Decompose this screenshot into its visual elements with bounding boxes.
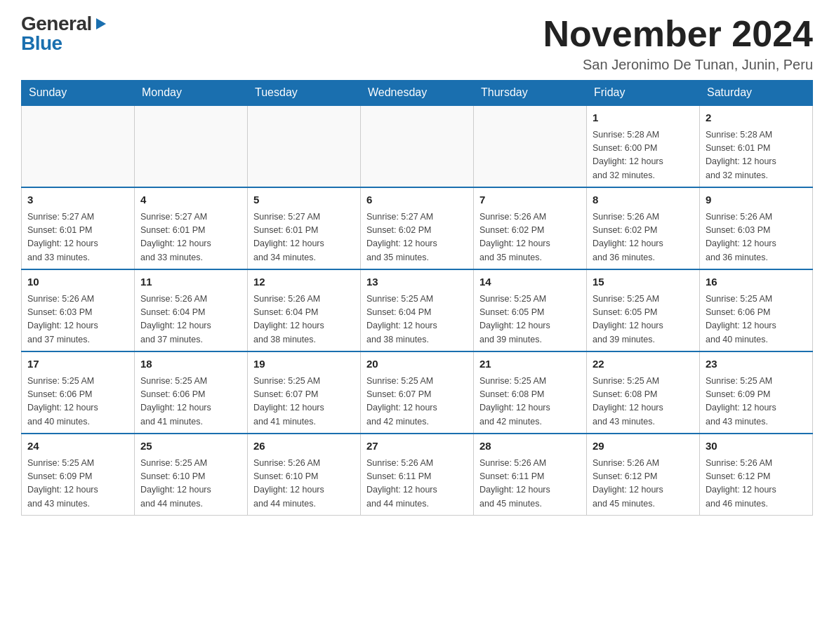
day-info: Sunrise: 5:27 AMSunset: 6:02 PMDaylight:… — [366, 210, 468, 265]
day-number: 5 — [253, 192, 355, 208]
calendar-header-sunday: Sunday — [22, 81, 135, 106]
day-number: 24 — [27, 438, 128, 455]
day-info: Sunrise: 5:25 AMSunset: 6:07 PMDaylight:… — [366, 375, 468, 429]
day-info: Sunrise: 5:26 AMSunset: 6:04 PMDaylight:… — [253, 293, 355, 347]
day-number: 21 — [479, 356, 581, 373]
calendar-header-friday: Friday — [587, 81, 700, 106]
day-number: 30 — [706, 438, 807, 455]
calendar-cell: 1Sunrise: 5:28 AMSunset: 6:00 PMDaylight… — [587, 105, 700, 187]
day-info: Sunrise: 5:25 AMSunset: 6:08 PMDaylight:… — [479, 375, 581, 429]
day-number: 9 — [706, 192, 807, 208]
day-info: Sunrise: 5:27 AMSunset: 6:01 PMDaylight:… — [140, 210, 241, 265]
day-number: 11 — [140, 274, 241, 290]
calendar-cell: 4Sunrise: 5:27 AMSunset: 6:01 PMDaylight… — [135, 187, 248, 269]
day-number: 13 — [366, 274, 468, 290]
day-info: Sunrise: 5:26 AMSunset: 6:02 PMDaylight:… — [479, 210, 581, 265]
logo-blue-text: Blue — [21, 34, 107, 53]
day-info: Sunrise: 5:26 AMSunset: 6:10 PMDaylight:… — [253, 457, 355, 511]
day-info: Sunrise: 5:26 AMSunset: 6:11 PMDaylight:… — [366, 457, 468, 511]
day-number: 6 — [366, 192, 468, 208]
day-number: 25 — [140, 438, 241, 455]
day-info: Sunrise: 5:25 AMSunset: 6:04 PMDaylight:… — [366, 293, 468, 347]
calendar-cell: 10Sunrise: 5:26 AMSunset: 6:03 PMDayligh… — [22, 269, 135, 351]
day-info: Sunrise: 5:25 AMSunset: 6:06 PMDaylight:… — [27, 375, 128, 429]
calendar-cell: 13Sunrise: 5:25 AMSunset: 6:04 PMDayligh… — [361, 269, 474, 351]
calendar-header-saturday: Saturday — [700, 81, 813, 106]
day-number: 22 — [593, 356, 694, 373]
day-number: 14 — [479, 274, 581, 290]
day-number: 4 — [140, 192, 241, 208]
calendar-cell: 14Sunrise: 5:25 AMSunset: 6:05 PMDayligh… — [474, 269, 587, 351]
calendar-cell: 26Sunrise: 5:26 AMSunset: 6:10 PMDayligh… — [248, 434, 361, 516]
title-block: November 2024 San Jeronimo De Tunan, Jun… — [543, 14, 813, 73]
day-number: 20 — [366, 356, 468, 373]
day-number: 29 — [593, 438, 694, 455]
day-number: 8 — [593, 192, 694, 208]
calendar-cell: 17Sunrise: 5:25 AMSunset: 6:06 PMDayligh… — [22, 351, 135, 434]
calendar-header-row: SundayMondayTuesdayWednesdayThursdayFrid… — [22, 81, 813, 106]
day-info: Sunrise: 5:25 AMSunset: 6:10 PMDaylight:… — [140, 457, 241, 511]
calendar-cell: 30Sunrise: 5:26 AMSunset: 6:12 PMDayligh… — [700, 434, 813, 516]
calendar-cell: 27Sunrise: 5:26 AMSunset: 6:11 PMDayligh… — [361, 434, 474, 516]
calendar-cell: 5Sunrise: 5:27 AMSunset: 6:01 PMDaylight… — [248, 187, 361, 269]
day-info: Sunrise: 5:25 AMSunset: 6:05 PMDaylight:… — [593, 293, 694, 347]
day-info: Sunrise: 5:26 AMSunset: 6:11 PMDaylight:… — [479, 457, 581, 511]
calendar-cell: 25Sunrise: 5:25 AMSunset: 6:10 PMDayligh… — [135, 434, 248, 516]
day-info: Sunrise: 5:25 AMSunset: 6:05 PMDaylight:… — [479, 293, 581, 347]
calendar-week-row: 24Sunrise: 5:25 AMSunset: 6:09 PMDayligh… — [22, 434, 813, 516]
day-info: Sunrise: 5:28 AMSunset: 6:01 PMDaylight:… — [706, 128, 807, 183]
calendar-cell: 15Sunrise: 5:25 AMSunset: 6:05 PMDayligh… — [587, 269, 700, 351]
calendar-cell: 7Sunrise: 5:26 AMSunset: 6:02 PMDaylight… — [474, 187, 587, 269]
calendar-week-row: 10Sunrise: 5:26 AMSunset: 6:03 PMDayligh… — [22, 269, 813, 351]
calendar-header-thursday: Thursday — [474, 81, 587, 106]
calendar-cell: 20Sunrise: 5:25 AMSunset: 6:07 PMDayligh… — [361, 351, 474, 434]
day-number: 16 — [706, 274, 807, 290]
day-number: 19 — [253, 356, 355, 373]
calendar-week-row: 17Sunrise: 5:25 AMSunset: 6:06 PMDayligh… — [22, 351, 813, 434]
calendar-table: SundayMondayTuesdayWednesdayThursdayFrid… — [21, 80, 813, 516]
page-header: General Blue November 2024 San Jeronimo … — [21, 14, 813, 73]
calendar-cell — [135, 105, 248, 187]
calendar-cell: 9Sunrise: 5:26 AMSunset: 6:03 PMDaylight… — [700, 187, 813, 269]
day-number: 23 — [706, 356, 807, 373]
day-info: Sunrise: 5:26 AMSunset: 6:02 PMDaylight:… — [593, 210, 694, 265]
day-number: 28 — [479, 438, 581, 455]
day-info: Sunrise: 5:25 AMSunset: 6:08 PMDaylight:… — [593, 375, 694, 429]
day-info: Sunrise: 5:25 AMSunset: 6:06 PMDaylight:… — [140, 375, 241, 429]
day-number: 10 — [27, 274, 128, 290]
day-number: 2 — [706, 110, 807, 126]
day-info: Sunrise: 5:26 AMSunset: 6:04 PMDaylight:… — [140, 293, 241, 347]
day-number: 26 — [253, 438, 355, 455]
calendar-cell: 29Sunrise: 5:26 AMSunset: 6:12 PMDayligh… — [587, 434, 700, 516]
calendar-week-row: 3Sunrise: 5:27 AMSunset: 6:01 PMDaylight… — [22, 187, 813, 269]
svg-marker-0 — [96, 18, 106, 29]
day-info: Sunrise: 5:26 AMSunset: 6:12 PMDaylight:… — [706, 457, 807, 511]
logo: General Blue — [21, 14, 107, 53]
day-info: Sunrise: 5:28 AMSunset: 6:00 PMDaylight:… — [593, 128, 694, 183]
day-number: 15 — [593, 274, 694, 290]
day-number: 7 — [479, 192, 581, 208]
calendar-cell — [474, 105, 587, 187]
calendar-cell — [248, 105, 361, 187]
calendar-header-monday: Monday — [135, 81, 248, 106]
day-number: 3 — [27, 192, 128, 208]
day-number: 27 — [366, 438, 468, 455]
day-info: Sunrise: 5:25 AMSunset: 6:09 PMDaylight:… — [27, 457, 128, 511]
location-subtitle: San Jeronimo De Tunan, Junin, Peru — [543, 57, 813, 73]
calendar-cell: 12Sunrise: 5:26 AMSunset: 6:04 PMDayligh… — [248, 269, 361, 351]
day-info: Sunrise: 5:27 AMSunset: 6:01 PMDaylight:… — [27, 210, 128, 265]
calendar-cell: 11Sunrise: 5:26 AMSunset: 6:04 PMDayligh… — [135, 269, 248, 351]
calendar-cell: 6Sunrise: 5:27 AMSunset: 6:02 PMDaylight… — [361, 187, 474, 269]
day-info: Sunrise: 5:26 AMSunset: 6:12 PMDaylight:… — [593, 457, 694, 511]
logo-general-text: General — [21, 14, 92, 34]
calendar-cell: 22Sunrise: 5:25 AMSunset: 6:08 PMDayligh… — [587, 351, 700, 434]
calendar-cell: 28Sunrise: 5:26 AMSunset: 6:11 PMDayligh… — [474, 434, 587, 516]
calendar-cell: 23Sunrise: 5:25 AMSunset: 6:09 PMDayligh… — [700, 351, 813, 434]
day-number: 1 — [593, 110, 694, 126]
calendar-cell: 16Sunrise: 5:25 AMSunset: 6:06 PMDayligh… — [700, 269, 813, 351]
day-info: Sunrise: 5:26 AMSunset: 6:03 PMDaylight:… — [706, 210, 807, 265]
calendar-cell: 8Sunrise: 5:26 AMSunset: 6:02 PMDaylight… — [587, 187, 700, 269]
calendar-cell: 2Sunrise: 5:28 AMSunset: 6:01 PMDaylight… — [700, 105, 813, 187]
calendar-cell — [22, 105, 135, 187]
calendar-header-tuesday: Tuesday — [248, 81, 361, 106]
